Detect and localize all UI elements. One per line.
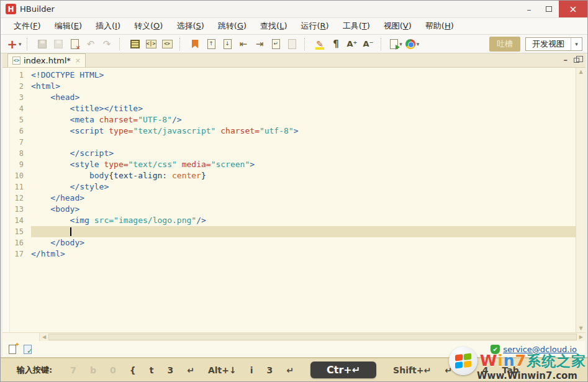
new-file-button[interactable]: +▾ <box>7 37 22 52</box>
line-number: 2 <box>10 81 31 92</box>
jump-line-end-button[interactable]: ⇥ <box>252 37 267 52</box>
scrollbar-spacer <box>2 333 40 341</box>
editor-restore-icon[interactable] <box>574 58 579 63</box>
bookmark-button[interactable] <box>188 37 202 52</box>
doc-return-icon: ↵ <box>272 39 280 49</box>
vertical-scrollbar[interactable]: ▲ ▼ <box>576 68 586 332</box>
code-line-7: 7 <box>10 137 576 148</box>
save-all-icon <box>54 40 63 48</box>
status-key-5: 3 <box>167 365 173 375</box>
code-text: <title></title> <box>31 103 576 114</box>
save-all-button[interactable] <box>51 37 66 52</box>
validation-ok-icon[interactable] <box>24 345 32 354</box>
line-number: 8 <box>10 148 31 159</box>
hbuilder-window: H HBuilder – × 文件(F)编辑(E)插入(I)转义(O)选择(S)… <box>0 0 588 382</box>
scrollbar-track[interactable] <box>48 333 577 341</box>
snippet-insert-icon[interactable] <box>9 345 16 354</box>
doc-promote-button[interactable]: ↑ <box>204 37 219 52</box>
scroll-left-icon[interactable]: ◀ <box>40 334 48 340</box>
doc-disabled-icon <box>288 39 296 49</box>
status-key-6: ↵ <box>187 365 194 375</box>
jump-end-icon: ⇥ <box>256 39 264 50</box>
code-editor[interactable]: 1<!DOCTYPE HTML>2<html>3 <head>4 <title>… <box>10 68 576 332</box>
format-table-button[interactable] <box>127 37 142 52</box>
menu-item-1[interactable]: 编辑(E) <box>48 18 89 34</box>
close-saved-docs-button[interactable]: ✕ <box>67 37 82 52</box>
maximize-icon <box>546 6 552 12</box>
code-text: <head> <box>31 92 576 103</box>
code-text: </head> <box>31 193 576 204</box>
win7-watermark: Win7系统之家 Www.Winwin7.com <box>449 347 586 381</box>
status-key-11: Ctr+↵ <box>310 362 376 378</box>
jump-line-start-button[interactable]: ⇤ <box>236 37 251 52</box>
line-number: 10 <box>10 170 31 181</box>
menu-item-9[interactable]: 视图(V) <box>377 18 418 34</box>
run-button[interactable]: ▾ <box>389 37 404 52</box>
font-decrease-button[interactable]: A⁻ <box>361 37 376 52</box>
menu-item-6[interactable]: 查找(L) <box>253 18 294 34</box>
scroll-down-icon[interactable]: ▼ <box>579 325 582 331</box>
status-key-10: ↵ <box>286 365 294 375</box>
menu-item-5[interactable]: 跳转(G) <box>211 18 253 34</box>
scroll-right-icon[interactable]: ▶ <box>577 334 586 340</box>
font-increase-button[interactable]: A⁺ <box>345 37 360 52</box>
code-format-icon: <> <box>162 40 173 48</box>
menu-item-8[interactable]: 工具(T) <box>336 18 377 34</box>
code-line-16: 16 </body> <box>10 237 576 248</box>
format-code-button[interactable]: <> <box>160 37 174 52</box>
code-line-15: 15 <box>10 226 576 237</box>
tab-index-html[interactable]: <> index.html* × <box>7 53 86 67</box>
view-mode-value: 开发视图 <box>526 39 571 50</box>
jump-start-icon: ⇤ <box>240 39 248 50</box>
doc-demote-button[interactable]: ↓ <box>220 37 235 52</box>
close-button[interactable]: × <box>559 1 587 17</box>
line-number: 12 <box>10 193 31 204</box>
tab-label: index.html* <box>24 56 71 65</box>
menu-item-0[interactable]: 文件(F) <box>7 18 48 34</box>
doc-disabled-button[interactable] <box>284 37 299 52</box>
menu-item-2[interactable]: 插入(I) <box>89 18 127 34</box>
horizontal-scrollbar[interactable]: ◀ ▶ <box>2 332 586 341</box>
code-text: </script> <box>31 148 576 159</box>
menu-bar: 文件(F)编辑(E)插入(I)转义(O)选择(S)跳转(G)查找(L)运行(R)… <box>1 18 587 35</box>
line-number: 9 <box>10 159 31 170</box>
line-number: 5 <box>10 114 31 125</box>
menu-item-7[interactable]: 运行(R) <box>294 18 335 34</box>
menu-item-3[interactable]: 转义(O) <box>127 18 170 34</box>
show-whitespace-button[interactable]: ¶ <box>328 37 343 52</box>
watermark-url: Www.Winwin7.com <box>477 370 577 381</box>
pilcrow-icon: ¶ <box>333 39 339 50</box>
maximize-button[interactable] <box>539 1 559 17</box>
status-key-4: t <box>150 365 154 375</box>
code-text <box>31 226 576 237</box>
save-button[interactable] <box>35 37 50 52</box>
scrollbar-thumb[interactable] <box>48 334 577 340</box>
toolbar-separator <box>27 38 30 50</box>
table-icon <box>130 40 140 48</box>
menu-item-4[interactable]: 选择(S) <box>170 18 210 34</box>
line-number: 16 <box>10 237 31 248</box>
format-xml-button[interactable]: <|> <box>143 37 158 52</box>
highlighter-button[interactable]: ✎ <box>312 37 327 52</box>
wrap-return-button[interactable]: ↵ <box>268 37 283 52</box>
code-text: <!DOCTYPE HTML> <box>31 70 576 81</box>
tucao-button[interactable]: 吐槽 <box>489 37 520 52</box>
save-icon <box>38 40 47 48</box>
view-mode-select[interactable]: 开发视图 ▾ <box>525 37 582 51</box>
scroll-up-icon[interactable]: ▲ <box>579 69 582 75</box>
code-line-10: 10 body{text-align: center} <box>10 170 576 181</box>
code-line-13: 13 <body> <box>10 204 576 215</box>
editor-minimize-icon[interactable]: – <box>564 55 568 65</box>
undo-button[interactable]: ↶ <box>83 37 98 52</box>
menu-item-10[interactable]: 帮助(H) <box>418 18 461 34</box>
hbuilder-logo-icon: H <box>6 4 16 14</box>
tab-close-icon[interactable]: × <box>75 57 81 65</box>
code-line-3: 3 <head> <box>10 92 576 103</box>
status-key-1: b <box>90 365 96 375</box>
minimize-button[interactable]: – <box>519 1 539 17</box>
toolbar-separator <box>304 38 307 50</box>
redo-button[interactable]: ↷ <box>99 37 114 52</box>
code-line-2: 2<html> <box>10 81 576 92</box>
browser-run-button[interactable]: ▾ <box>405 37 420 52</box>
watermark-title: Win7系统之家 <box>480 352 586 371</box>
